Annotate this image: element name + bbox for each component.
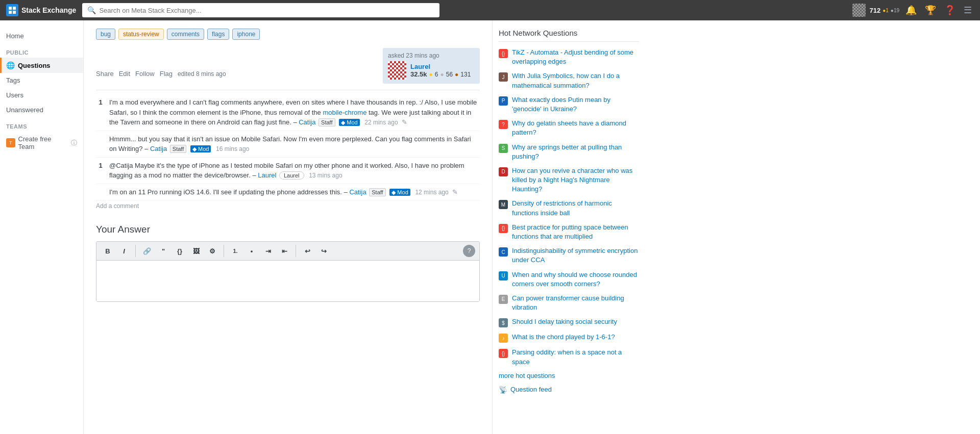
sidebar-item-users[interactable]: Users — [0, 88, 83, 103]
feed-icon: 📡 — [499, 386, 507, 394]
hot-q-icon-4: S — [499, 144, 508, 153]
inbox-button[interactable]: 🔔 — [903, 3, 919, 18]
hot-question-link-2[interactable]: What exactly does Putin mean by 'genocid… — [512, 95, 639, 114]
comment-vote-3[interactable]: 1 — [96, 161, 105, 181]
separator-3 — [296, 245, 296, 257]
asked-time: asked 23 mins ago — [388, 52, 475, 59]
toolbar-image[interactable]: 🖼 — [189, 244, 203, 258]
sidebar-item-questions[interactable]: 🌐 Questions — [0, 58, 83, 73]
comment-1: 1 I'm a mod everywhere and I can't flag … — [96, 94, 480, 131]
avatar[interactable] — [852, 4, 866, 17]
editor-toolbar: B I 🔗 " {} 🖼 ⚙ 1. • ⇥ ⇤ ↩ ↪ — [96, 242, 479, 261]
toolbar-indent[interactable]: ⇥ — [261, 244, 275, 258]
mobile-chrome-link[interactable]: mobile-chrome — [323, 109, 366, 116]
teams-info-icon[interactable]: ⓘ — [71, 139, 77, 147]
toolbar-quote[interactable]: " — [156, 244, 170, 258]
comment-body-2: Hmmm... but you say that it isn't an iss… — [109, 134, 480, 154]
add-comment-link[interactable]: Add a comment — [96, 200, 139, 212]
editor-body[interactable] — [96, 261, 479, 301]
question-feed[interactable]: 📡 Question feed — [499, 386, 639, 394]
hot-question-link-6[interactable]: Density of restrictions of harmonic func… — [512, 199, 639, 217]
hot-question-link-7[interactable]: Best practice for putting space between … — [512, 223, 639, 241]
follow-link[interactable]: Follow — [135, 70, 155, 78]
toolbar-code[interactable]: {} — [173, 244, 187, 258]
comment-vote-4[interactable] — [96, 187, 105, 197]
comment-vote-1[interactable]: 1 — [96, 97, 105, 127]
hot-question-link-1[interactable]: With Julia Symbolics, how can I do a mat… — [512, 71, 639, 90]
sidebar-item-tags[interactable]: Tags — [0, 73, 83, 88]
topbar-right: 712 ●1 ●19 🔔 🏆 ❓ ☰ — [852, 3, 974, 18]
hot-question-link-13[interactable]: Parsing oddity: when is a space not a sp… — [512, 348, 639, 366]
more-hot-questions-link[interactable]: more hot questions — [499, 372, 639, 379]
hot-question-link-8[interactable]: Indistinguishability of symmetric encryp… — [512, 246, 639, 265]
hot-question-item-10: E Can power transformer cause building v… — [499, 294, 639, 312]
hot-questions-list: {} TikZ - Automata - Adjust bending of s… — [499, 48, 639, 367]
comment-time-3: 13 mins ago — [309, 172, 342, 179]
comment-edit-icon-1[interactable]: ✎ — [402, 118, 407, 126]
create-team-item[interactable]: T Create free Team ⓘ — [0, 132, 83, 154]
toolbar-ol[interactable]: 1. — [228, 244, 242, 258]
menu-button[interactable]: ☰ — [962, 3, 974, 18]
hot-question-link-5[interactable]: How can you revive a character who was k… — [512, 166, 639, 194]
toolbar-bold[interactable]: B — [101, 244, 115, 258]
globe-icon: 🌐 — [6, 61, 15, 69]
tag-iphone[interactable]: iphone — [232, 29, 260, 40]
edited-info: edited 8 mins ago — [178, 70, 226, 78]
svg-rect-2 — [9, 11, 12, 14]
search-box[interactable]: 🔍 — [82, 3, 439, 17]
toolbar-italic[interactable]: I — [117, 244, 131, 258]
toolbar-outdent[interactable]: ⇤ — [277, 244, 291, 258]
hot-question-item-7: {} Best practice for putting space betwe… — [499, 223, 639, 241]
comment-author-laurel[interactable]: Laurel — [258, 171, 276, 179]
search-input[interactable] — [99, 7, 434, 14]
hot-question-link-11[interactable]: Should I delay taking social security — [512, 317, 617, 326]
hot-question-item-0: {} TikZ - Automata - Adjust bending of s… — [499, 48, 639, 66]
toolbar-undo[interactable]: ↩ — [300, 244, 314, 258]
hot-question-link-0[interactable]: TikZ - Automata - Adjust bending of some… — [512, 48, 639, 66]
username[interactable]: Laurel — [410, 63, 471, 70]
user-avatar — [388, 61, 406, 80]
tag-bug[interactable]: bug — [96, 29, 115, 40]
share-link[interactable]: Share — [96, 70, 114, 78]
reputation-display: 712 ●1 ●19 — [870, 7, 899, 14]
sidebar-item-unanswered[interactable]: Unanswered — [0, 103, 83, 117]
site-logo[interactable]: Stack Exchange — [6, 4, 76, 16]
logo-text: Stack Exchange — [21, 6, 76, 14]
flag-link[interactable]: Flag — [160, 70, 173, 78]
post-meta-row: Share Edit Follow Flag edited 8 mins ago… — [96, 48, 480, 84]
bronze-dot: ● — [455, 71, 458, 78]
hot-question-link-4[interactable]: Why are springs better at pulling than p… — [512, 143, 639, 161]
tag-status-review[interactable]: status-review — [118, 29, 164, 40]
comment-body-3: @Catija Maybe it's the type of iPhone as… — [109, 161, 480, 181]
hot-question-item-9: U When and why should we choose rounded … — [499, 270, 639, 289]
hot-question-link-9[interactable]: When and why should we choose rounded co… — [512, 270, 639, 289]
comment-author-catija-1[interactable]: Catija — [299, 118, 315, 126]
hot-q-icon-7: {} — [499, 224, 508, 233]
answer-editor: B I 🔗 " {} 🖼 ⚙ 1. • ⇥ ⇤ ↩ ↪ — [96, 241, 480, 302]
hot-q-icon-3: ? — [499, 120, 508, 129]
help-button[interactable]: ❓ — [942, 3, 958, 18]
toolbar-link[interactable]: 🔗 — [140, 244, 154, 258]
comment-author-catija-2[interactable]: Catija — [150, 145, 167, 152]
comment-body-4: I'm on an 11 Pro running iOS 14.6. I'll … — [109, 187, 480, 197]
comment-vote-2[interactable] — [96, 134, 105, 154]
edit-link[interactable]: Edit — [119, 70, 130, 78]
tag-flags[interactable]: flags — [207, 29, 229, 40]
toolbar-redo[interactable]: ↪ — [316, 244, 331, 258]
comment-author-catija-4[interactable]: Catija — [349, 188, 366, 196]
achievements-button[interactable]: 🏆 — [923, 3, 938, 18]
hot-question-link-10[interactable]: Can power transformer cause building vib… — [512, 294, 639, 312]
hot-question-link-3[interactable]: Why do gelatin sheets have a diamond pat… — [512, 119, 639, 137]
hot-q-icon-11: $ — [499, 318, 508, 327]
svg-rect-3 — [13, 11, 16, 14]
hot-question-link-12[interactable]: What is the chord played by 1-6-1? — [512, 333, 615, 342]
toolbar-special[interactable]: ⚙ — [205, 244, 219, 258]
toolbar-help[interactable]: ? — [463, 245, 475, 257]
tag-comments[interactable]: comments — [167, 29, 204, 40]
question-feed-label: Question feed — [510, 386, 552, 393]
comment-edit-icon-4[interactable]: ✎ — [452, 188, 458, 196]
sidebar-item-home[interactable]: Home — [0, 29, 83, 43]
search-icon: 🔍 — [87, 6, 96, 14]
rep-info: 32.5k ● 6 ● 56 ● 131 — [410, 70, 471, 78]
toolbar-ul[interactable]: • — [244, 244, 259, 258]
